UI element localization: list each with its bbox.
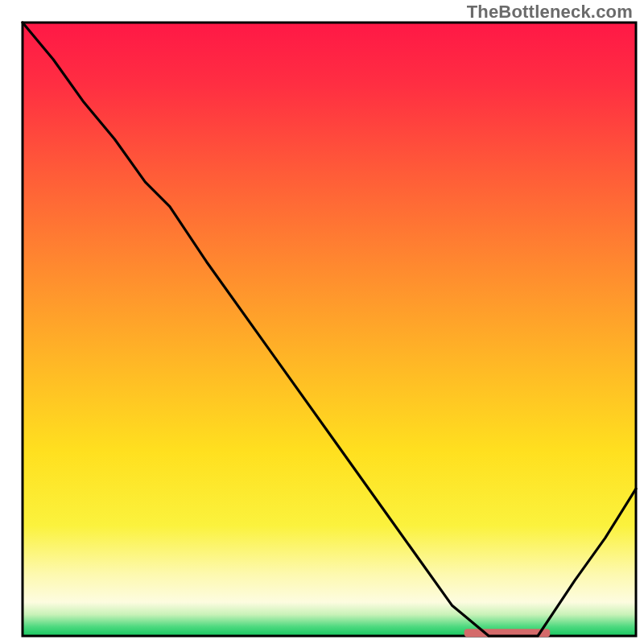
bottleneck-chart xyxy=(0,0,644,644)
heat-background xyxy=(23,23,636,636)
chart-stage: TheBottleneck.com xyxy=(0,0,644,644)
